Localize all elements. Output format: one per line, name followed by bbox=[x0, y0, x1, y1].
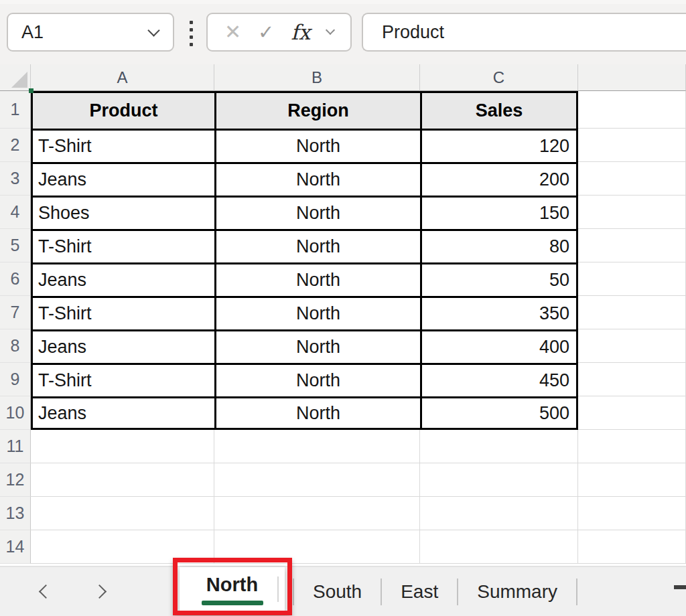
tab-divider bbox=[277, 576, 279, 602]
cell[interactable]: 120 bbox=[420, 129, 578, 162]
row-header[interactable]: 9 bbox=[0, 363, 31, 396]
cell[interactable]: Shoes bbox=[31, 196, 214, 229]
cell[interactable] bbox=[31, 430, 214, 463]
chevron-down-icon[interactable] bbox=[147, 24, 159, 36]
cell[interactable] bbox=[578, 363, 686, 396]
prev-sheet-button[interactable] bbox=[32, 567, 59, 616]
cell[interactable] bbox=[420, 430, 578, 463]
cell[interactable] bbox=[420, 463, 578, 497]
row-header[interactable]: 6 bbox=[0, 262, 31, 296]
row-header[interactable]: 4 bbox=[0, 196, 31, 229]
cell[interactable]: 50 bbox=[420, 262, 578, 296]
selection-corner-marker bbox=[29, 88, 33, 93]
cell[interactable]: North bbox=[214, 329, 420, 363]
enter-icon[interactable]: ✓ bbox=[258, 23, 274, 42]
formula-bar-value[interactable]: Product bbox=[363, 22, 444, 43]
row-header[interactable]: 1 bbox=[0, 91, 31, 129]
select-all-corner[interactable] bbox=[0, 64, 31, 91]
column-headers: ABC bbox=[0, 64, 686, 91]
name-box-value[interactable]: A1 bbox=[8, 22, 149, 43]
cell[interactable] bbox=[578, 530, 686, 564]
row-header[interactable]: 14 bbox=[0, 530, 31, 564]
sheet-tab-summary[interactable]: Summary bbox=[458, 567, 576, 616]
row-header[interactable]: 3 bbox=[0, 162, 31, 196]
cell[interactable]: 450 bbox=[420, 363, 578, 396]
insert-function-icon[interactable]: fx bbox=[291, 22, 310, 43]
cell[interactable]: T-Shirt bbox=[31, 129, 214, 162]
cell[interactable]: T-Shirt bbox=[31, 229, 214, 262]
cell[interactable]: 150 bbox=[420, 196, 578, 229]
cell[interactable]: T-Shirt bbox=[31, 296, 214, 329]
cell[interactable] bbox=[578, 430, 686, 463]
cell[interactable]: 500 bbox=[420, 396, 578, 430]
cell[interactable] bbox=[578, 262, 686, 296]
chevron-down-icon[interactable] bbox=[326, 25, 335, 35]
cell[interactable]: Region bbox=[214, 91, 420, 129]
sheet-tab-south[interactable]: South bbox=[294, 567, 381, 616]
cell[interactable]: North bbox=[214, 363, 420, 396]
cell[interactable]: North bbox=[214, 229, 420, 262]
drag-grip-icon[interactable] bbox=[190, 21, 193, 46]
chevron-left-icon bbox=[38, 585, 52, 599]
cell[interactable] bbox=[214, 430, 420, 463]
cell[interactable]: 200 bbox=[420, 162, 578, 196]
cell[interactable]: North bbox=[214, 129, 420, 162]
add-sheet-icon[interactable] bbox=[674, 585, 686, 589]
cell[interactable]: Jeans bbox=[31, 329, 214, 363]
cell[interactable] bbox=[578, 229, 686, 262]
cell[interactable] bbox=[578, 497, 686, 530]
cell[interactable]: North bbox=[214, 262, 420, 296]
cell[interactable]: North bbox=[214, 396, 420, 430]
row-header[interactable]: 2 bbox=[0, 129, 31, 162]
cell[interactable] bbox=[578, 91, 686, 129]
worksheet-grid: ABC 1ProductRegionSales2T-ShirtNorth1203… bbox=[0, 64, 686, 566]
cell[interactable]: 80 bbox=[420, 229, 578, 262]
table-row: 1ProductRegionSales bbox=[0, 91, 686, 129]
cell[interactable]: 350 bbox=[420, 296, 578, 329]
row-header[interactable]: 8 bbox=[0, 329, 31, 363]
cell[interactable] bbox=[420, 497, 578, 530]
sheet-tab-east[interactable]: East bbox=[382, 567, 457, 616]
row-header[interactable]: 13 bbox=[0, 497, 31, 530]
cell[interactable] bbox=[578, 396, 686, 430]
cell[interactable]: T-Shirt bbox=[31, 363, 214, 396]
column-header[interactable] bbox=[578, 64, 686, 91]
cell[interactable] bbox=[214, 497, 420, 530]
table-row: 5T-ShirtNorth80 bbox=[0, 229, 686, 262]
name-box[interactable]: A1 bbox=[7, 13, 174, 52]
cell[interactable] bbox=[214, 530, 420, 564]
cell[interactable]: Product bbox=[31, 91, 214, 129]
cell[interactable]: Jeans bbox=[31, 162, 214, 196]
row-header[interactable]: 10 bbox=[0, 396, 31, 430]
next-sheet-button[interactable] bbox=[86, 567, 113, 616]
cell[interactable] bbox=[578, 196, 686, 229]
column-header[interactable]: C bbox=[420, 64, 578, 91]
row-header[interactable]: 12 bbox=[0, 463, 31, 497]
cell[interactable] bbox=[31, 463, 214, 497]
cancel-icon[interactable]: ✕ bbox=[224, 22, 241, 42]
cell[interactable]: 400 bbox=[420, 329, 578, 363]
column-header[interactable]: B bbox=[214, 64, 420, 91]
cell[interactable] bbox=[578, 129, 686, 162]
cell[interactable] bbox=[578, 162, 686, 196]
cell[interactable]: North bbox=[214, 196, 420, 229]
table-row: 3JeansNorth200 bbox=[0, 162, 686, 196]
cell[interactable]: North bbox=[214, 296, 420, 329]
cell[interactable] bbox=[214, 463, 420, 497]
cell[interactable] bbox=[420, 530, 578, 564]
cell[interactable] bbox=[578, 329, 686, 363]
cell[interactable] bbox=[31, 530, 214, 564]
row-header[interactable]: 5 bbox=[0, 229, 31, 262]
cell[interactable]: Jeans bbox=[31, 396, 214, 430]
row-header[interactable]: 7 bbox=[0, 296, 31, 329]
cell[interactable] bbox=[578, 463, 686, 497]
formula-bar[interactable]: Product bbox=[362, 13, 686, 52]
cell[interactable] bbox=[31, 497, 214, 530]
cell[interactable]: Sales bbox=[420, 91, 578, 129]
column-header[interactable]: A bbox=[31, 64, 214, 91]
cell[interactable]: North bbox=[214, 162, 420, 196]
sheet-tab-north[interactable]: North bbox=[180, 567, 285, 611]
row-header[interactable]: 11 bbox=[0, 430, 31, 463]
cell[interactable] bbox=[578, 296, 686, 329]
cell[interactable]: Jeans bbox=[31, 262, 214, 296]
